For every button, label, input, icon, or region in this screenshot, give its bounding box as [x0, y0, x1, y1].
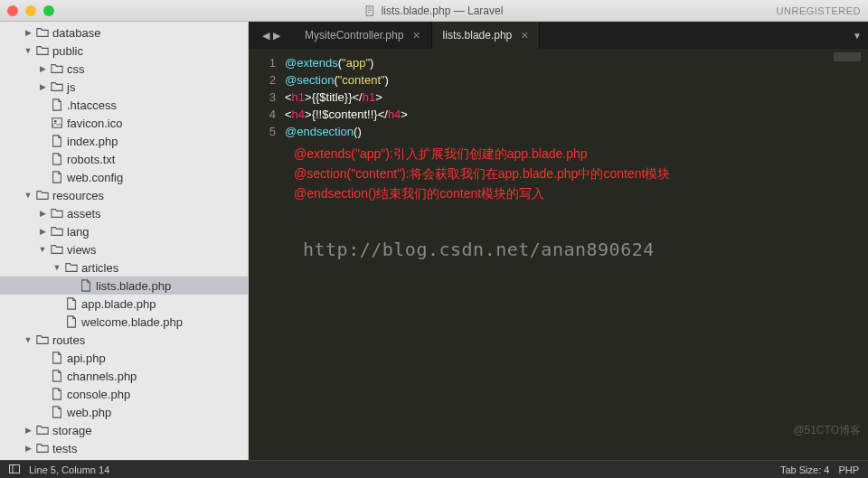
- folder-icon: [49, 80, 65, 93]
- sidebar-item-web-php[interactable]: web.php: [0, 403, 248, 421]
- file-icon: [49, 135, 65, 147]
- sidebar-item-label: console.php: [67, 388, 130, 401]
- file-icon: [49, 351, 65, 364]
- tab-label: lists.blade.php: [443, 29, 513, 42]
- sidebar-item-label: .htaccess: [67, 98, 117, 112]
- disclosure-arrow-icon[interactable]: ▶: [36, 64, 49, 73]
- disclosure-arrow-icon[interactable]: ▶: [36, 82, 49, 91]
- sidebar-item-articles[interactable]: ▼articles: [0, 258, 248, 276]
- tab-label: MysiteController.php: [305, 29, 403, 42]
- folder-icon: [34, 26, 51, 39]
- svg-rect-3: [10, 464, 20, 473]
- panel-icon[interactable]: [9, 464, 20, 476]
- sidebar-item-storage[interactable]: ▶storage: [0, 421, 248, 439]
- sidebar-item-label: robots.txt: [67, 153, 115, 166]
- tab-mysite-controller[interactable]: MysiteController.php ×: [294, 22, 432, 49]
- sidebar-item-lang[interactable]: ▶lang: [0, 222, 248, 240]
- sidebar-item-views[interactable]: ▼views: [0, 240, 248, 258]
- svg-rect-1: [52, 118, 62, 128]
- sidebar-item-console-php[interactable]: console.php: [0, 385, 248, 403]
- minimize-icon[interactable]: [25, 5, 36, 16]
- disclosure-arrow-icon[interactable]: ▼: [22, 335, 34, 344]
- tab-bar: ◀ ▶ MysiteController.php × lists.blade.p…: [249, 22, 868, 49]
- folder-icon: [63, 261, 80, 274]
- minimap-icon: [834, 52, 861, 61]
- sidebar-item-resources[interactable]: ▼resources: [0, 186, 248, 204]
- disclosure-arrow-icon[interactable]: ▼: [22, 46, 34, 55]
- sidebar-item-label: index.php: [67, 135, 118, 148]
- folder-icon: [34, 424, 51, 436]
- titlebar: lists.blade.php — Laravel UNREGISTERED: [0, 0, 868, 22]
- disclosure-arrow-icon[interactable]: ▼: [36, 245, 49, 254]
- disclosure-arrow-icon[interactable]: ▶: [36, 227, 49, 236]
- sidebar-item-index-php[interactable]: index.php: [0, 132, 248, 150]
- close-tab-icon[interactable]: ×: [521, 28, 528, 42]
- window-title: lists.blade.php — Laravel: [365, 5, 504, 17]
- sidebar-item-label: app.blade.php: [81, 297, 156, 311]
- disclosure-arrow-icon[interactable]: ▼: [22, 191, 34, 200]
- tab-overflow-icon[interactable]: ▼: [846, 22, 868, 49]
- disclosure-arrow-icon[interactable]: ▶: [22, 444, 34, 453]
- folder-icon: [34, 44, 51, 57]
- sidebar-item--htaccess[interactable]: .htaccess: [0, 96, 248, 114]
- sidebar[interactable]: ▶database▼public▶css▶js.htaccessfavicon.…: [0, 22, 249, 460]
- sidebar-item-label: tests: [52, 442, 77, 455]
- sidebar-item-js[interactable]: ▶js: [0, 78, 248, 96]
- corner-watermark: @51CTO博客: [793, 423, 861, 438]
- disclosure-arrow-icon[interactable]: ▶: [36, 209, 49, 218]
- code-area[interactable]: 12345 @extends("app") @section("content"…: [249, 49, 868, 140]
- close-tab-icon[interactable]: ×: [412, 28, 420, 42]
- sidebar-item-app-blade-php[interactable]: app.blade.php: [0, 295, 248, 313]
- file-icon: [49, 406, 65, 418]
- sidebar-item-label: web.php: [67, 406, 111, 419]
- sidebar-item-favicon-ico[interactable]: favicon.ico: [0, 114, 248, 132]
- tab-nav[interactable]: ◀ ▶: [249, 22, 294, 49]
- sidebar-item-routes[interactable]: ▼routes: [0, 331, 248, 349]
- file-icon: [49, 153, 65, 165]
- sidebar-item-label: views: [67, 243, 97, 257]
- file-icon: [63, 315, 80, 328]
- gutter: 12345: [249, 54, 285, 140]
- sidebar-item-label: database: [52, 26, 101, 40]
- sidebar-item-label: web.config: [67, 171, 123, 184]
- sidebar-item-welcome-blade-php[interactable]: welcome.blade.php: [0, 313, 248, 331]
- sidebar-item-label: lists.blade.php: [96, 279, 171, 293]
- folder-icon: [49, 243, 65, 256]
- status-bar: Line 5, Column 14 Tab Size: 4 PHP: [0, 460, 868, 478]
- sidebar-item-tests[interactable]: ▶tests: [0, 439, 248, 457]
- tab-lists-blade[interactable]: lists.blade.php ×: [432, 22, 541, 49]
- file-icon: [49, 98, 65, 111]
- sidebar-item-label: routes: [52, 333, 85, 347]
- sidebar-item-web-config[interactable]: web.config: [0, 168, 248, 186]
- file-icon: [78, 279, 94, 292]
- sidebar-item-channels-php[interactable]: channels.php: [0, 367, 248, 385]
- sidebar-item-robots-txt[interactable]: robots.txt: [0, 150, 248, 168]
- editor-pane: ◀ ▶ MysiteController.php × lists.blade.p…: [249, 22, 868, 460]
- file-icon: [63, 297, 80, 310]
- sidebar-item-css[interactable]: ▶css: [0, 60, 248, 78]
- folder-icon: [34, 189, 51, 202]
- tab-size[interactable]: Tab Size: 4: [780, 464, 829, 475]
- img-icon: [49, 117, 65, 129]
- sidebar-item-public[interactable]: ▼public: [0, 42, 248, 60]
- disclosure-arrow-icon[interactable]: ▶: [22, 28, 34, 37]
- cursor-position[interactable]: Line 5, Column 14: [29, 464, 109, 475]
- sidebar-item-label: api.php: [67, 351, 106, 365]
- sidebar-item-lists-blade-php[interactable]: lists.blade.php: [0, 276, 248, 295]
- unregistered-label: UNREGISTERED: [777, 5, 861, 16]
- sidebar-item-api-php[interactable]: api.php: [0, 349, 248, 367]
- maximize-icon[interactable]: [43, 5, 54, 16]
- sidebar-item-label: resources: [52, 189, 104, 202]
- disclosure-arrow-icon[interactable]: ▶: [22, 426, 34, 435]
- syntax-mode[interactable]: PHP: [838, 464, 859, 475]
- file-icon: [49, 171, 65, 183]
- sidebar-item-database[interactable]: ▶database: [0, 23, 248, 42]
- disclosure-arrow-icon[interactable]: ▼: [51, 263, 63, 272]
- svg-rect-0: [366, 5, 373, 15]
- code-lines[interactable]: @extends("app") @section("content") <h1>…: [285, 54, 868, 140]
- sidebar-item-label: favicon.ico: [67, 117, 122, 130]
- file-icon: [365, 5, 376, 16]
- close-icon[interactable]: [7, 5, 18, 16]
- sidebar-item-assets[interactable]: ▶assets: [0, 204, 248, 222]
- sidebar-item-label: public: [52, 44, 83, 58]
